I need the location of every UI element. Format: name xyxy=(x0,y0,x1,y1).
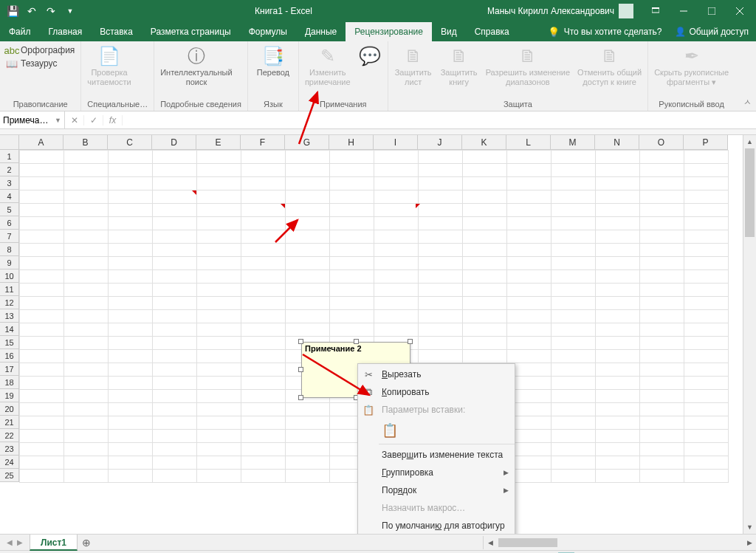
cell[interactable] xyxy=(551,177,596,190)
cell[interactable] xyxy=(109,456,153,470)
cell[interactable] xyxy=(640,470,684,483)
cell[interactable] xyxy=(596,257,640,270)
cell[interactable] xyxy=(153,377,197,390)
cell[interactable] xyxy=(596,284,640,297)
cell[interactable] xyxy=(109,323,153,337)
tab-data[interactable]: Данные xyxy=(296,22,346,41)
cell[interactable] xyxy=(640,323,684,337)
cell[interactable] xyxy=(684,323,729,337)
formula-input[interactable] xyxy=(123,111,756,128)
cell[interactable] xyxy=(20,284,64,297)
hide-ink-button[interactable]: ✒Скрыть рукописныефрагменты ▾ xyxy=(654,44,729,87)
column-header[interactable]: P xyxy=(684,135,728,150)
cell[interactable] xyxy=(197,350,241,363)
cell[interactable] xyxy=(64,350,109,363)
cell[interactable] xyxy=(286,430,330,443)
cell[interactable] xyxy=(374,230,419,244)
cell[interactable] xyxy=(507,190,551,204)
cell[interactable] xyxy=(286,310,330,323)
cell[interactable] xyxy=(153,151,197,164)
cell[interactable] xyxy=(596,416,640,430)
cell[interactable] xyxy=(463,337,507,350)
cell[interactable] xyxy=(507,244,551,257)
column-header[interactable]: O xyxy=(639,135,684,150)
cell[interactable] xyxy=(551,151,596,164)
cell[interactable] xyxy=(20,257,64,270)
cell[interactable] xyxy=(153,204,197,217)
row-header[interactable]: 22 xyxy=(0,429,19,442)
resize-handle[interactable] xyxy=(354,339,359,344)
cell[interactable] xyxy=(20,443,64,456)
cell[interactable] xyxy=(684,204,729,217)
cell[interactable] xyxy=(374,151,419,164)
cell[interactable] xyxy=(640,244,684,257)
cell[interactable] xyxy=(197,164,241,177)
cell[interactable] xyxy=(419,151,463,164)
cell[interactable] xyxy=(241,204,286,217)
cell[interactable] xyxy=(374,323,419,337)
cell[interactable] xyxy=(153,177,197,190)
cell[interactable] xyxy=(419,217,463,230)
cell[interactable] xyxy=(64,284,109,297)
cell[interactable] xyxy=(684,284,729,297)
cell[interactable] xyxy=(153,390,197,403)
cell[interactable] xyxy=(64,297,109,310)
cell[interactable] xyxy=(596,217,640,230)
maximize-button[interactable] xyxy=(698,0,725,22)
cell[interactable] xyxy=(684,363,729,377)
cell[interactable] xyxy=(374,190,419,204)
cell[interactable] xyxy=(419,310,463,323)
cell[interactable] xyxy=(374,204,419,217)
cell[interactable] xyxy=(20,350,64,363)
user-account[interactable]: Маныч Кирилл Александрович xyxy=(487,4,633,18)
ctx-cut[interactable]: ✂Вырезать xyxy=(358,365,515,383)
cell[interactable] xyxy=(463,151,507,164)
cell[interactable] xyxy=(20,244,64,257)
row-header[interactable]: 2 xyxy=(0,163,19,176)
vertical-scrollbar[interactable]: ▲ ▼ xyxy=(743,135,756,534)
cell[interactable] xyxy=(109,204,153,217)
cell[interactable] xyxy=(64,416,109,430)
scrollbar-thumb[interactable] xyxy=(498,538,557,547)
cell[interactable] xyxy=(109,244,153,257)
scroll-left-button[interactable]: ◀ xyxy=(484,539,497,546)
cell[interactable] xyxy=(197,443,241,456)
cell[interactable] xyxy=(640,217,684,230)
cell[interactable] xyxy=(197,377,241,390)
cell[interactable] xyxy=(286,204,330,217)
row-header[interactable]: 21 xyxy=(0,416,19,429)
cell[interactable] xyxy=(153,323,197,337)
cell[interactable] xyxy=(153,190,197,204)
cell[interactable] xyxy=(197,270,241,284)
cell[interactable] xyxy=(153,297,197,310)
cell[interactable] xyxy=(507,151,551,164)
column-header[interactable]: K xyxy=(462,135,506,150)
cell[interactable] xyxy=(551,244,596,257)
cell[interactable] xyxy=(640,350,684,363)
cell[interactable] xyxy=(684,430,729,443)
cell[interactable] xyxy=(463,190,507,204)
cell[interactable] xyxy=(596,456,640,470)
cell[interactable] xyxy=(20,430,64,443)
cell[interactable] xyxy=(640,164,684,177)
cell[interactable] xyxy=(330,297,374,310)
cell[interactable] xyxy=(330,270,374,284)
cell[interactable] xyxy=(286,416,330,430)
ctx-exit-edit-text[interactable]: Завершить изменение текста xyxy=(358,446,515,464)
cell[interactable] xyxy=(507,204,551,217)
cell[interactable] xyxy=(197,430,241,443)
minimize-button[interactable] xyxy=(670,0,697,22)
cell[interactable] xyxy=(640,456,684,470)
cell[interactable] xyxy=(596,151,640,164)
cell[interactable] xyxy=(241,416,286,430)
new-sheet-button[interactable]: ⊕ xyxy=(78,537,95,549)
cell[interactable] xyxy=(109,177,153,190)
cell[interactable] xyxy=(374,257,419,270)
row-header[interactable]: 5 xyxy=(0,203,19,216)
cell[interactable] xyxy=(419,270,463,284)
cell[interactable] xyxy=(551,350,596,363)
cell[interactable] xyxy=(640,151,684,164)
cell[interactable] xyxy=(596,363,640,377)
cell[interactable] xyxy=(640,230,684,244)
cell[interactable] xyxy=(640,297,684,310)
